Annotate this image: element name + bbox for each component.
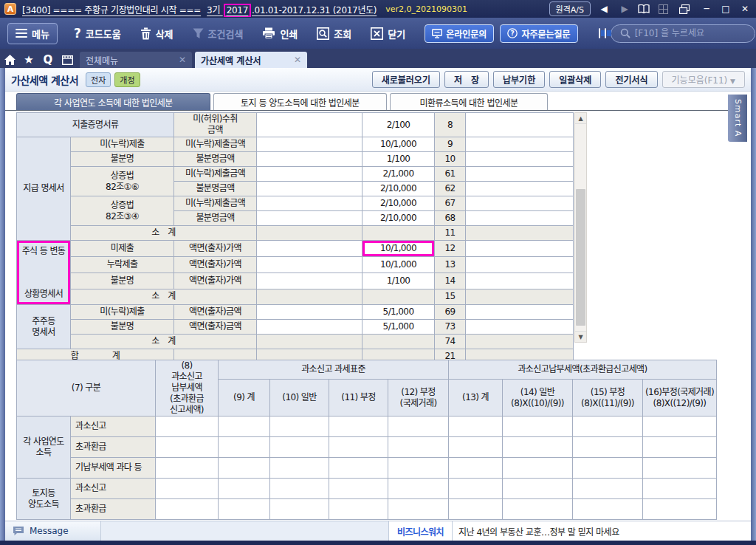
grid-input-cell[interactable] bbox=[257, 182, 362, 196]
grid-input-cell[interactable] bbox=[270, 479, 329, 499]
grid-input-cell[interactable] bbox=[270, 417, 329, 437]
grid-input-cell[interactable] bbox=[573, 479, 643, 499]
grid-input-cell[interactable]: 2/10,000 bbox=[362, 182, 435, 196]
grid-input-cell[interactable] bbox=[449, 437, 503, 458]
grid-input-cell[interactable] bbox=[466, 320, 574, 335]
grid-input-cell[interactable] bbox=[257, 241, 362, 257]
home-icon[interactable] bbox=[0, 52, 19, 68]
split-view-icon-1[interactable] bbox=[599, 28, 600, 38]
tab-business-income[interactable]: 각 사업연도 소득에 대한 법인세분 bbox=[16, 93, 210, 110]
grid-input-cell[interactable] bbox=[466, 305, 574, 320]
close-form-button[interactable]: 닫기 bbox=[371, 27, 405, 41]
split-view-icon-2[interactable] bbox=[605, 28, 606, 38]
inquiry-button[interactable]: 조회 bbox=[317, 27, 351, 41]
maximize-button[interactable]: □ bbox=[719, 4, 732, 14]
news-source-label[interactable]: 비즈니스워치 bbox=[389, 521, 453, 541]
message-segment[interactable]: Message bbox=[5, 521, 101, 541]
save-button[interactable]: 저 장 bbox=[444, 71, 489, 88]
close-tab-icon[interactable]: ✕ bbox=[294, 55, 301, 65]
grid-input-cell[interactable]: 10/1,000 bbox=[362, 137, 435, 152]
code-help-button[interactable]: ? 코드도움 bbox=[74, 26, 121, 41]
grid-input-cell[interactable]: 1/100 bbox=[362, 152, 435, 167]
grid-input-cell[interactable] bbox=[219, 437, 270, 458]
grid-input-cell[interactable] bbox=[257, 272, 362, 289]
delete-button[interactable]: 삭제 bbox=[140, 27, 173, 41]
grid-input-cell[interactable] bbox=[466, 152, 574, 167]
grid-input-cell[interactable]: 2/100 bbox=[362, 113, 435, 137]
grid-input-cell[interactable] bbox=[449, 417, 503, 437]
grid-input-cell[interactable] bbox=[270, 437, 329, 458]
grid-input-cell[interactable] bbox=[388, 499, 449, 520]
grid-input-cell[interactable]: 5/1,000 bbox=[362, 305, 435, 320]
minimize-button[interactable]: ─ bbox=[700, 4, 713, 14]
menu-button[interactable]: 메뉴 bbox=[7, 23, 58, 44]
grid-input-cell[interactable]: 2/1,000 bbox=[362, 167, 435, 182]
highlighted-ratio-cell[interactable]: 10/1,000 bbox=[362, 241, 435, 257]
grid-input-cell[interactable] bbox=[257, 211, 362, 226]
scrollbar-thumb[interactable] bbox=[576, 189, 585, 326]
grid-input-cell[interactable] bbox=[503, 417, 573, 437]
grid-input-cell[interactable]: 5/1,000 bbox=[362, 320, 435, 335]
grid-input-cell[interactable]: 10/1,000 bbox=[362, 256, 435, 272]
grid-input-cell[interactable] bbox=[466, 182, 574, 196]
functions-dropdown[interactable]: 기능모음(F11) ▼ bbox=[662, 71, 745, 88]
grid-input-cell[interactable] bbox=[257, 152, 362, 167]
bulk-delete-button[interactable]: 일괄삭제 bbox=[549, 71, 601, 88]
grid-input-cell[interactable] bbox=[329, 479, 388, 499]
grid-input-cell[interactable] bbox=[643, 417, 717, 437]
tab-all-menu[interactable]: 전체메뉴✕ bbox=[80, 52, 192, 68]
grid-input-cell[interactable] bbox=[257, 167, 362, 182]
grid-input-cell[interactable] bbox=[388, 458, 449, 479]
grid-input-cell[interactable] bbox=[329, 499, 388, 520]
search-input[interactable] bbox=[635, 28, 746, 38]
grid-input-cell[interactable] bbox=[219, 499, 270, 520]
cascade-windows-icon[interactable] bbox=[679, 4, 694, 14]
grid-input-cell[interactable] bbox=[257, 137, 362, 152]
grid-input-cell[interactable] bbox=[466, 241, 574, 257]
grid-input-cell[interactable] bbox=[156, 417, 219, 437]
grid-input-cell[interactable] bbox=[573, 499, 643, 520]
news-ticker-text[interactable]: 지난 4년의 부동산 교훈…정부 말 믿지 마세요 bbox=[453, 521, 751, 541]
grid-input-cell[interactable] bbox=[503, 479, 573, 499]
online-inquiry-button[interactable]: 온라인문의 bbox=[425, 24, 494, 43]
grid-input-cell[interactable] bbox=[388, 479, 449, 499]
grid-input-cell[interactable] bbox=[329, 437, 388, 458]
grid-input-cell[interactable] bbox=[466, 272, 574, 289]
grid-input-cell[interactable] bbox=[503, 458, 573, 479]
grid-input-cell[interactable] bbox=[503, 499, 573, 520]
close-window-button[interactable]: ✕ bbox=[738, 4, 752, 14]
tab-current-form[interactable]: 가산세액 계산서✕ bbox=[195, 52, 307, 68]
quick-search-icon[interactable]: Q bbox=[38, 52, 58, 68]
grid-input-cell[interactable] bbox=[449, 458, 503, 479]
grid-input-cell[interactable]: 1/100 bbox=[362, 272, 435, 289]
grid-input-cell[interactable] bbox=[156, 499, 219, 520]
grid-input-cell[interactable] bbox=[643, 479, 717, 499]
tab-land-transfer-income[interactable]: 토지 등 양도소득에 대한 법인세분 bbox=[213, 93, 387, 110]
favorites-star-icon[interactable]: ★ bbox=[19, 52, 38, 68]
smart-a-side-tab[interactable]: Smart A bbox=[728, 95, 747, 142]
grid-input-cell[interactable] bbox=[643, 499, 717, 520]
grid-input-cell[interactable] bbox=[449, 499, 503, 520]
print-button[interactable]: 인쇄 bbox=[262, 27, 298, 41]
vertical-scrollbar[interactable]: ▲ ▼ bbox=[574, 112, 587, 343]
condition-search-button[interactable]: 조건검색 bbox=[193, 27, 244, 41]
grid-input-cell[interactable] bbox=[466, 137, 574, 152]
grid-input-cell[interactable] bbox=[388, 437, 449, 458]
faq-button[interactable]: ? 자주묻는질문 bbox=[500, 24, 577, 43]
grid-input-cell[interactable] bbox=[503, 437, 573, 458]
grid-input-cell[interactable] bbox=[449, 479, 503, 499]
grid-input-cell[interactable] bbox=[156, 479, 219, 499]
grid-input-cell[interactable] bbox=[388, 417, 449, 437]
grid-input-cell[interactable]: 2/10,000 bbox=[362, 196, 435, 211]
grid-input-cell[interactable] bbox=[270, 458, 329, 479]
grid-input-cell[interactable] bbox=[329, 417, 388, 437]
grid-input-cell[interactable] bbox=[257, 305, 362, 320]
remote-as-button[interactable]: 원격A/S bbox=[549, 1, 591, 16]
grid-input-cell[interactable] bbox=[573, 417, 643, 437]
grid-input-cell[interactable] bbox=[156, 458, 219, 479]
grid-input-cell[interactable] bbox=[257, 320, 362, 335]
grid-input-cell[interactable] bbox=[643, 458, 717, 479]
grid-input-cell[interactable] bbox=[466, 211, 574, 226]
payment-due-button[interactable]: 납부기한 bbox=[493, 71, 545, 88]
grid-input-cell[interactable] bbox=[156, 437, 219, 458]
